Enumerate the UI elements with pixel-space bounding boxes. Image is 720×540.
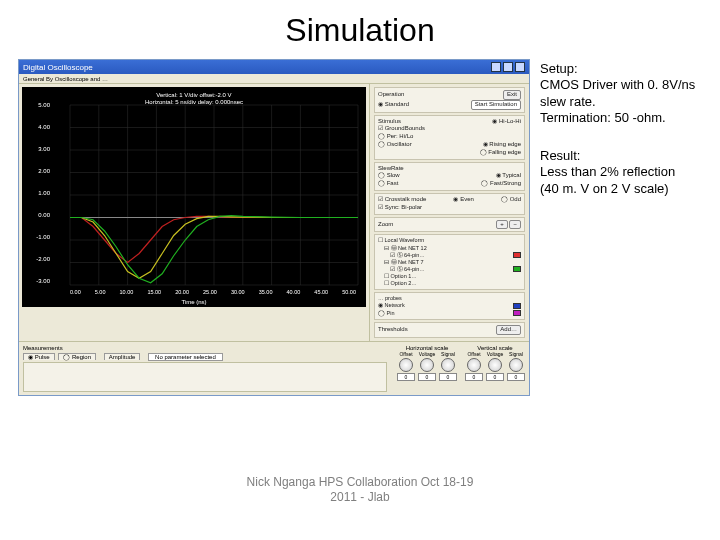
close-icon[interactable] — [515, 62, 525, 72]
setup-l2: slew rate. — [540, 94, 708, 110]
setup-l1: CMOS Driver with 0. 8V/ns — [540, 77, 708, 93]
probe-pin[interactable]: Pin — [378, 310, 394, 317]
knob[interactable] — [399, 358, 413, 372]
tree-root[interactable]: ☐ Local Waveform — [378, 237, 521, 244]
zoom-out-button[interactable]: − — [509, 220, 521, 230]
rising-radio[interactable]: Rising edge — [483, 141, 521, 149]
probes-label: … probes — [378, 295, 521, 302]
slow-radio[interactable]: Slow — [378, 172, 400, 180]
setup-label: Setup: — [540, 61, 708, 77]
tab-pulse[interactable]: Pulse — [23, 353, 55, 360]
footer-l2: 2011 - Jlab — [0, 490, 720, 504]
typical-radio[interactable]: Typical — [496, 172, 521, 180]
operation-label: Operation — [378, 91, 404, 99]
slewrate-label: SlewRate — [378, 165, 521, 173]
syncbipolar-check[interactable]: Sync: Bi-polar — [378, 204, 422, 210]
tree-opt1[interactable]: ☐ Option 1… — [378, 273, 521, 280]
oscillator-radio[interactable]: Oscillator — [378, 141, 412, 149]
maximize-icon[interactable] — [503, 62, 513, 72]
stimulus-label: Stimulus — [378, 118, 401, 126]
thresholds-label: Thresholds — [378, 326, 408, 334]
tree-net12-pin[interactable]: ☑ Ⓢ 64-pin… — [390, 252, 425, 259]
page-title: Simulation — [0, 0, 720, 59]
start-simulation-button[interactable]: Start Simulation — [471, 100, 521, 110]
info-readout: No parameter selected — [148, 353, 223, 361]
knob[interactable] — [420, 358, 434, 372]
color-blue-icon — [513, 303, 521, 309]
fast-strong-radio[interactable]: Fast/Strong — [481, 180, 521, 188]
fast-radio[interactable]: Fast — [378, 180, 398, 188]
crosstalk-check[interactable]: Crosstalk mode — [378, 196, 426, 204]
knob[interactable] — [509, 358, 523, 372]
falling-radio[interactable]: Falling edge — [480, 149, 521, 155]
zoom-in-button[interactable]: + — [496, 220, 508, 230]
stimulus-hilo-radio[interactable]: Hi-Lo-Hi — [492, 118, 521, 126]
exit-button[interactable]: Exit — [503, 90, 521, 100]
knob[interactable] — [467, 358, 481, 372]
result-l2: (40 m. V on 2 V scale) — [540, 181, 708, 197]
tree-net7-pin[interactable]: ☑ Ⓢ 64-pin… — [390, 266, 425, 273]
odd-radio[interactable]: Odd — [501, 196, 521, 204]
result-l1: Less than 2% reflection — [540, 164, 708, 180]
footer-l1: Nick Nganga HPS Collaboration Oct 18-19 — [0, 475, 720, 489]
color-green-icon — [513, 266, 521, 272]
color-magenta-icon — [513, 310, 521, 316]
perhilo-radio[interactable]: Per: Hi/Lo — [378, 133, 413, 139]
oscilloscope-chart: Vertical: 1 V/div offset:-2.0 V Horizont… — [22, 87, 366, 307]
knob[interactable] — [441, 358, 455, 372]
measurements-label: Measurements — [23, 345, 387, 351]
result-label: Result: — [540, 148, 708, 164]
control-panel: Operation Exit Standard Start Simulation… — [369, 84, 529, 341]
minimize-icon[interactable] — [491, 62, 501, 72]
tree-opt2[interactable]: ☐ Option 2… — [378, 280, 521, 287]
tree-net12[interactable]: ⊟ Ⓦ Net NET 12 — [378, 245, 521, 252]
window-titlebar: Digital Oscilloscope — [19, 60, 529, 74]
bottom-controls: Measurements Pulse Region Amplitude No p… — [19, 341, 529, 395]
standard-radio[interactable]: Standard — [378, 101, 409, 109]
chart-pane: Vertical: 1 V/div offset:-2.0 V Horizont… — [19, 84, 369, 341]
menubar[interactable]: General By Oscilloscope and … — [19, 74, 529, 84]
knob[interactable] — [488, 358, 502, 372]
color-red-icon — [513, 252, 521, 258]
footer: Nick Nganga HPS Collaboration Oct 18-19 … — [0, 475, 720, 504]
setup-l3: Termination: 50 -ohm. — [540, 110, 708, 126]
even-radio[interactable]: Even — [453, 196, 473, 204]
info-text: Setup: CMOS Driver with 0. 8V/ns slew ra… — [540, 59, 708, 396]
groundbounds-check[interactable]: GroundBounds — [378, 125, 425, 131]
add-button[interactable]: Add… — [496, 325, 521, 335]
zoom-label: Zoom — [378, 221, 393, 229]
x-axis-label: Time (ns) — [22, 299, 366, 305]
probe-network[interactable]: Network — [378, 302, 405, 309]
simulator-window: Digital Oscilloscope General By Oscillos… — [18, 59, 530, 396]
amplitude-label: Amplitude — [104, 353, 141, 360]
waveform-tree[interactable]: ☐ Local Waveform ⊟ Ⓦ Net NET 12 ☑ Ⓢ 64-p… — [374, 234, 525, 290]
tab-region[interactable]: Region — [58, 353, 96, 360]
tree-net7[interactable]: ⊟ Ⓦ Net NET 7 — [378, 259, 521, 266]
window-title: Digital Oscilloscope — [23, 63, 93, 72]
